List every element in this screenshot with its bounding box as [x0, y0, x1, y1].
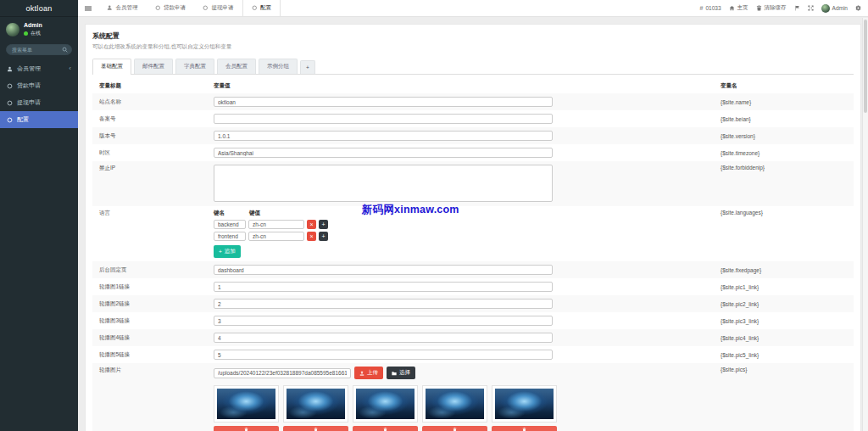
timezone-input[interactable] — [214, 148, 553, 158]
tab-basic-config[interactable]: 基础配置 — [92, 59, 131, 75]
row-varname: {$site.timezone} — [714, 144, 854, 161]
tab-email-config[interactable]: 邮件配置 — [134, 59, 173, 74]
delete-image-button[interactable] — [283, 426, 348, 431]
navbar-right: # 01033 主页 清除缓存 Admin — [693, 0, 868, 16]
table-row: 轮播图3链接 {$site.pic3_link} — [92, 312, 854, 329]
pic3-link-input[interactable] — [214, 316, 553, 326]
config-table: 变量标题 变量值 变量名 站点名称 {$site.name} 备案号 {$sit… — [92, 78, 854, 431]
avatar — [6, 23, 19, 36]
sidebar-item-withdrawal-application[interactable]: 提现申请 — [0, 94, 78, 111]
column-header-value: 变量值 — [207, 78, 714, 93]
page-subtitle: 可以在此增改系统的变量和分组,也可以自定义分组和变量 — [92, 43, 854, 51]
hash-icon: # — [700, 5, 704, 11]
row-label: 语言 — [92, 206, 207, 261]
forbidden-ip-textarea[interactable] — [214, 165, 553, 202]
sidebar-item-member-management[interactable]: 会员管理 ‹ — [0, 60, 78, 77]
insert-pair-button[interactable]: + — [319, 232, 328, 241]
settings-button[interactable] — [855, 5, 861, 11]
clear-cache-button[interactable]: 清除缓存 — [756, 4, 787, 12]
append-pair-button[interactable]: + 追加 — [214, 245, 241, 258]
pic4-link-input[interactable] — [214, 333, 553, 343]
hamburger-menu-button[interactable] — [78, 0, 98, 16]
version-input[interactable] — [214, 131, 553, 141]
beian-input[interactable] — [214, 114, 553, 124]
sidebar-item-label: 提现申请 — [17, 98, 41, 107]
close-icon: × — [309, 233, 313, 239]
insert-pair-button[interactable]: + — [319, 220, 328, 229]
home-link[interactable]: 主页 — [729, 4, 748, 12]
row-label: 轮播图1链接 — [92, 278, 207, 295]
tab-member-config[interactable]: 会员配置 — [217, 59, 256, 74]
pics-path-input[interactable] — [214, 368, 351, 378]
site-name-input[interactable] — [214, 97, 553, 107]
remove-pair-button[interactable]: × — [307, 232, 316, 241]
chevron-left-icon: ‹ — [69, 65, 71, 72]
home-icon — [729, 5, 735, 11]
home-label: 主页 — [737, 4, 748, 12]
tab-label: 提现申请 — [212, 4, 234, 12]
circle-icon — [203, 5, 209, 11]
row-varname: {$site.pic3_link} — [714, 312, 854, 329]
table-row: 站点名称 {$site.name} — [92, 93, 854, 110]
thumbnail-item — [283, 385, 348, 431]
scrollbar[interactable] — [862, 18, 868, 431]
sidebar-menu: 会员管理 ‹ 贷款申请 提现申请 配置 — [0, 60, 78, 128]
tab-dictionary-config[interactable]: 字典配置 — [175, 59, 214, 74]
column-header-name: 变量名 — [714, 78, 854, 93]
flag-icon — [794, 5, 800, 11]
circle-icon — [7, 100, 13, 106]
app-logo[interactable]: oktloan — [0, 0, 78, 17]
sidebar-item-loan-application[interactable]: 贷款申请 — [0, 77, 78, 94]
sidebar-item-label: 会员管理 — [17, 64, 41, 73]
tab-member-management[interactable]: 会员管理 — [98, 0, 147, 16]
online-dot-icon — [24, 31, 28, 36]
upload-icon — [359, 371, 364, 376]
upload-button[interactable]: 上传 — [354, 367, 383, 379]
sidebar-item-config[interactable]: 配置 — [0, 111, 78, 128]
language-key-input[interactable] — [214, 220, 246, 229]
row-label: 禁止IP — [92, 161, 207, 206]
delete-image-button[interactable] — [353, 426, 418, 431]
circle-icon — [7, 83, 13, 89]
scrollbar-thumb[interactable] — [864, 20, 867, 113]
sidebar: oktloan Admin 在线 会员管理 ‹ 贷款申请 — [0, 0, 78, 431]
add-group-tab[interactable]: + — [300, 60, 315, 74]
hamburger-icon — [85, 5, 92, 12]
remove-pair-button[interactable]: × — [307, 220, 316, 229]
row-label: 轮播图片 — [92, 363, 207, 431]
delete-image-button[interactable] — [492, 426, 557, 431]
language-value-input[interactable] — [248, 220, 304, 229]
tab-example-group[interactable]: 示例分组 — [259, 59, 298, 74]
choose-button[interactable]: 选择 — [387, 367, 415, 379]
delete-image-button[interactable] — [422, 426, 487, 431]
tab-config[interactable]: 配置 — [242, 0, 281, 16]
trash-icon — [756, 5, 762, 11]
thumbnail-item — [422, 385, 487, 431]
language-switcher[interactable] — [794, 5, 800, 11]
fullscreen-button[interactable] — [808, 5, 814, 11]
circle-icon — [7, 117, 13, 123]
row-varname: {$site.version} — [714, 127, 854, 144]
trash-icon — [453, 428, 457, 431]
fixedpage-input[interactable] — [214, 265, 553, 275]
tab-withdrawal-application[interactable]: 提现申请 — [194, 0, 242, 16]
language-pair-row: × + — [214, 232, 707, 241]
pic2-link-input[interactable] — [214, 299, 553, 309]
sidebar-item-label: 贷款申请 — [17, 81, 41, 90]
tab-loan-application[interactable]: 贷款申请 — [147, 0, 195, 16]
language-value-input[interactable] — [248, 232, 304, 241]
build-number-value: 01033 — [705, 5, 721, 11]
pic5-link-input[interactable] — [214, 350, 553, 360]
search-icon — [62, 47, 68, 53]
table-row: 备案号 {$site.beian} — [92, 110, 854, 127]
build-number[interactable]: # 01033 — [700, 5, 721, 11]
row-varname: {$site.name} — [714, 93, 854, 110]
delete-image-button[interactable] — [214, 426, 279, 431]
user-menu[interactable]: Admin — [821, 4, 848, 13]
table-row: 时区 {$site.timezone} — [92, 144, 854, 161]
sidebar-item-label: 配置 — [17, 115, 29, 124]
pic1-link-input[interactable] — [214, 282, 553, 292]
language-key-input[interactable] — [214, 232, 246, 241]
thumbnail-item — [214, 385, 279, 431]
table-row: 轮播图5链接 {$site.pic5_link} — [92, 346, 854, 363]
